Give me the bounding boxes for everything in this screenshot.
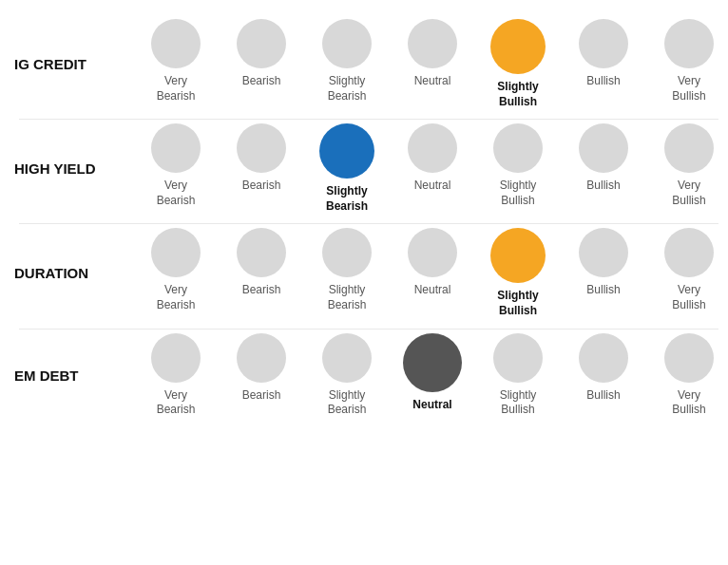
circle-label-duration-0: VeryBearish	[157, 283, 196, 312]
circle-label-duration-4: SlightlyBullish	[497, 289, 538, 318]
circles-group-duration: VeryBearishBearishSlightlyBearishNeutral…	[133, 228, 728, 318]
circle-high-yield-4	[493, 123, 543, 173]
circle-label-duration-6: VeryBullish	[672, 283, 705, 312]
category-row-ig-credit: IG CREDITVeryBearishBearishSlightlyBeari…	[10, 19, 728, 109]
circle-em-debt-0	[151, 333, 201, 383]
circle-label-em-debt-1: Bearish	[242, 388, 281, 404]
circle-item-duration-1: Bearish	[219, 228, 304, 298]
circle-em-debt-4	[493, 333, 543, 383]
circle-label-high-yield-6: VeryBullish	[672, 179, 705, 208]
circle-item-ig-credit-0: VeryBearish	[133, 19, 219, 104]
circle-duration-0	[151, 228, 201, 277]
category-row-em-debt: EM DEBTVeryBearishBearishSlightlyBearish…	[10, 333, 728, 418]
circle-duration-1	[237, 228, 286, 277]
circle-item-ig-credit-3: Neutral	[390, 19, 475, 89]
category-label-high-yield: HIGH YIELD	[10, 160, 133, 177]
circle-item-em-debt-6: VeryBullish	[646, 333, 728, 418]
circle-em-debt-2	[322, 333, 372, 383]
circle-item-high-yield-3: Neutral	[390, 123, 475, 194]
circle-label-ig-credit-2: SlightlyBearish	[328, 74, 367, 104]
circle-item-high-yield-2: SlightlyBearish	[304, 123, 390, 214]
circle-item-ig-credit-1: Bearish	[219, 19, 304, 89]
circle-label-duration-2: SlightlyBearish	[328, 283, 367, 312]
circle-ig-credit-5	[579, 19, 628, 68]
circle-duration-5	[579, 228, 628, 277]
circle-item-ig-credit-6: VeryBullish	[646, 19, 728, 104]
category-row-duration: DURATIONVeryBearishBearishSlightlyBearis…	[10, 228, 728, 318]
circle-item-em-debt-1: Bearish	[219, 333, 304, 404]
circle-label-high-yield-0: VeryBearish	[157, 179, 196, 208]
circle-duration-2	[322, 228, 372, 277]
circle-duration-6	[664, 228, 714, 277]
circle-label-ig-credit-1: Bearish	[242, 74, 281, 89]
circle-label-em-debt-4: SlightlyBullish	[500, 388, 537, 418]
circle-ig-credit-6	[664, 19, 714, 68]
circle-item-duration-0: VeryBearish	[133, 228, 219, 312]
circle-label-em-debt-2: SlightlyBearish	[328, 388, 367, 418]
circle-high-yield-1	[237, 123, 286, 173]
circle-label-high-yield-4: SlightlyBullish	[500, 179, 537, 208]
circles-group-high-yield: VeryBearishBearishSlightlyBearishNeutral…	[133, 123, 728, 214]
circle-ig-credit-1	[237, 19, 286, 68]
circle-label-ig-credit-5: Bullish	[586, 74, 620, 89]
circle-item-ig-credit-2: SlightlyBearish	[304, 19, 390, 104]
circle-high-yield-0	[151, 123, 201, 173]
circle-item-em-debt-4: SlightlyBullish	[475, 333, 561, 418]
circle-item-duration-5: Bullish	[561, 228, 646, 298]
circle-label-high-yield-1: Bearish	[242, 179, 281, 194]
circle-label-em-debt-0: VeryBearish	[157, 388, 196, 418]
circle-label-ig-credit-6: VeryBullish	[672, 74, 705, 104]
circle-item-high-yield-0: VeryBearish	[133, 123, 219, 208]
circle-label-high-yield-2: SlightlyBearish	[326, 184, 368, 214]
circles-group-em-debt: VeryBearishBearishSlightlyBearishNeutral…	[133, 333, 728, 418]
circle-item-duration-3: Neutral	[390, 228, 475, 298]
circle-ig-credit-3	[408, 19, 457, 68]
category-label-em-debt: EM DEBT	[10, 367, 133, 384]
circle-label-duration-1: Bearish	[242, 283, 281, 298]
circles-group-ig-credit: VeryBearishBearishSlightlyBearishNeutral…	[133, 19, 728, 109]
circle-item-high-yield-6: VeryBullish	[646, 123, 728, 208]
circle-label-high-yield-5: Bullish	[586, 179, 620, 194]
circle-label-duration-3: Neutral	[414, 283, 451, 298]
circle-em-debt-6	[664, 333, 714, 383]
circle-item-duration-4: SlightlyBullish	[475, 228, 561, 318]
circle-label-em-debt-6: VeryBullish	[672, 388, 705, 418]
circle-duration-3	[408, 228, 457, 277]
circle-high-yield-3	[408, 123, 457, 173]
circle-duration-4	[490, 228, 546, 283]
circle-em-debt-1	[237, 333, 286, 383]
circle-label-ig-credit-0: VeryBearish	[157, 74, 196, 104]
circle-em-debt-3	[403, 333, 462, 392]
circle-item-duration-6: VeryBullish	[646, 228, 728, 312]
circle-ig-credit-0	[151, 19, 201, 68]
circle-item-ig-credit-4: SlightlyBullish	[475, 19, 561, 109]
circle-ig-credit-4	[490, 19, 546, 74]
circle-label-em-debt-3: Neutral	[412, 398, 451, 413]
circle-item-high-yield-5: Bullish	[561, 123, 646, 194]
circle-item-em-debt-2: SlightlyBearish	[304, 333, 390, 418]
circle-item-em-debt-3: Neutral	[390, 333, 475, 413]
circle-ig-credit-2	[322, 19, 372, 68]
sentiment-chart: IG CREDITVeryBearishBearishSlightlyBeari…	[0, 9, 728, 437]
circle-high-yield-6	[664, 123, 714, 173]
circle-label-duration-5: Bullish	[586, 283, 620, 298]
circle-em-debt-5	[579, 333, 628, 383]
category-label-ig-credit: IG CREDIT	[10, 56, 133, 72]
circle-high-yield-5	[579, 123, 628, 173]
circle-label-ig-credit-4: SlightlyBullish	[497, 80, 538, 109]
circle-high-yield-2	[319, 123, 374, 179]
circle-item-ig-credit-5: Bullish	[561, 19, 646, 89]
circle-item-high-yield-1: Bearish	[219, 123, 304, 194]
category-label-duration: DURATION	[10, 265, 133, 281]
circle-label-ig-credit-3: Neutral	[414, 74, 451, 89]
circle-item-em-debt-0: VeryBearish	[133, 333, 219, 418]
circle-item-duration-2: SlightlyBearish	[304, 228, 390, 312]
circle-item-high-yield-4: SlightlyBullish	[475, 123, 561, 208]
category-row-high-yield: HIGH YIELDVeryBearishBearishSlightlyBear…	[10, 123, 728, 214]
circle-label-high-yield-3: Neutral	[414, 179, 451, 194]
circle-label-em-debt-5: Bullish	[586, 388, 620, 404]
circle-item-em-debt-5: Bullish	[561, 333, 646, 404]
